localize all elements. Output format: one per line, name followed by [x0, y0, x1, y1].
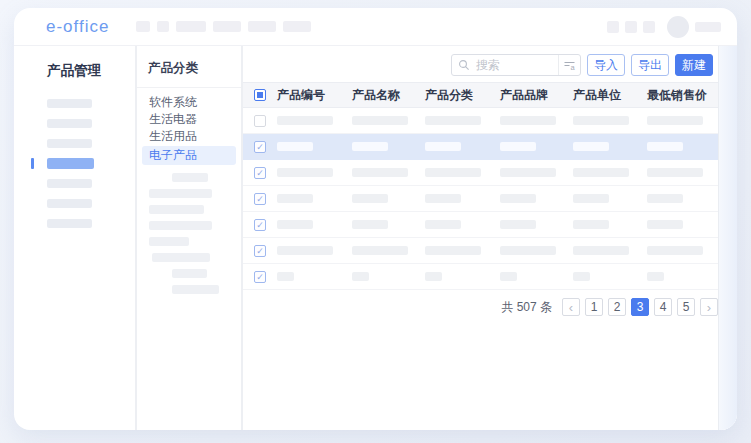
skeleton-bar	[352, 168, 408, 177]
column-header-4: 产品单位	[573, 87, 647, 104]
module-nav-item-placeholder[interactable]	[47, 119, 92, 128]
column-header-2: 产品分类	[425, 87, 500, 104]
skeleton-bar	[277, 142, 313, 151]
skeleton-bar	[352, 272, 369, 281]
module-title: 产品管理	[47, 62, 135, 80]
skeleton-bar	[573, 168, 629, 177]
page-button-1[interactable]: 1	[585, 298, 603, 316]
skeleton-bar	[425, 272, 442, 281]
row-checkbox[interactable]	[254, 245, 266, 257]
row-checkbox[interactable]	[254, 167, 266, 179]
category-item-0[interactable]: 软件系统	[137, 94, 241, 111]
skeleton-bar	[647, 168, 703, 177]
table-row-3[interactable]	[243, 186, 718, 212]
skeleton-bar	[425, 194, 461, 203]
skeleton-bar	[647, 246, 703, 255]
page-button-3[interactable]: 3	[631, 298, 649, 316]
skeleton-bar	[277, 246, 333, 255]
skeleton-bar	[500, 142, 536, 151]
header-nav-placeholder	[248, 21, 276, 32]
search-icon	[458, 59, 470, 71]
table-cell	[352, 168, 425, 177]
product-table: 产品编号产品名称产品分类产品品牌产品单位最低销售价	[243, 82, 718, 290]
skeleton-bar	[352, 220, 388, 229]
category-skeleton-item	[152, 253, 210, 262]
table-cell	[573, 272, 647, 281]
skeleton-bar	[277, 220, 313, 229]
skeleton-bar	[573, 246, 629, 255]
svg-text:a: a	[571, 63, 576, 72]
row-checkbox-cell	[243, 219, 277, 231]
create-button[interactable]: 新建	[675, 54, 713, 76]
table-cell	[277, 246, 352, 255]
module-nav-item-placeholder[interactable]	[47, 179, 92, 188]
category-item-3-active[interactable]: 电子产品	[142, 146, 236, 165]
table-row-2[interactable]	[243, 160, 718, 186]
skeleton-bar	[500, 116, 556, 125]
user-avatar[interactable]	[667, 16, 689, 38]
table-cell	[277, 220, 352, 229]
row-checkbox[interactable]	[254, 219, 266, 231]
category-item-2[interactable]: 生活用品	[137, 128, 241, 145]
table-row-0[interactable]	[243, 108, 718, 134]
row-checkbox-cell	[243, 245, 277, 257]
module-nav-item-placeholder[interactable]	[47, 99, 92, 108]
page-button-5[interactable]: 5	[677, 298, 695, 316]
row-checkbox[interactable]	[254, 115, 266, 127]
content-scrollbar-strip[interactable]	[719, 46, 737, 430]
skeleton-bar	[352, 246, 408, 255]
module-nav-item-placeholder[interactable]	[47, 199, 92, 208]
row-checkbox-cell	[243, 167, 277, 179]
table-row-5[interactable]	[243, 238, 718, 264]
module-nav-list	[47, 99, 135, 228]
table-cell	[277, 116, 352, 125]
category-item-1[interactable]: 生活电器	[137, 111, 241, 128]
category-skeleton-item	[172, 173, 208, 182]
skeleton-bar	[647, 116, 703, 125]
row-checkbox-cell	[243, 141, 277, 153]
table-cell	[647, 246, 718, 255]
table-row-1[interactable]	[243, 134, 718, 160]
header-nav-placeholder	[283, 21, 311, 32]
page-button-4[interactable]: 4	[654, 298, 672, 316]
skeleton-bar	[647, 272, 664, 281]
advanced-filter-icon[interactable]: a	[558, 55, 580, 75]
module-nav-item-placeholder[interactable]	[47, 219, 92, 228]
table-cell	[425, 142, 500, 151]
row-checkbox-cell	[243, 193, 277, 205]
category-skeleton-item	[172, 285, 219, 294]
table-row-6[interactable]	[243, 264, 718, 290]
table-cell	[647, 116, 718, 125]
table-cell	[425, 168, 500, 177]
skeleton-bar	[573, 194, 609, 203]
category-skeleton-item	[149, 189, 212, 198]
category-skeleton-item	[149, 237, 189, 246]
table-cell	[425, 116, 500, 125]
export-button[interactable]: 导出	[631, 54, 669, 76]
table-row-4[interactable]	[243, 212, 718, 238]
row-checkbox[interactable]	[254, 193, 266, 205]
table-cell	[647, 142, 718, 151]
module-nav-item-active[interactable]	[47, 158, 94, 169]
skeleton-bar	[500, 220, 536, 229]
table-cell	[500, 220, 573, 229]
header-actions	[607, 16, 721, 38]
import-button[interactable]: 导入	[587, 54, 625, 76]
category-skeleton-item	[149, 205, 204, 214]
table-cell	[277, 194, 352, 203]
row-checkbox[interactable]	[254, 141, 266, 153]
next-page-button[interactable]: ›	[700, 298, 718, 316]
skeleton-bar	[573, 142, 609, 151]
table-cell	[425, 246, 500, 255]
header-nav-placeholder	[213, 21, 241, 32]
table-cell	[425, 272, 500, 281]
select-all-checkbox[interactable]	[254, 89, 266, 101]
row-checkbox[interactable]	[254, 271, 266, 283]
page-button-2[interactable]: 2	[608, 298, 626, 316]
column-header-0: 产品编号	[277, 87, 352, 104]
prev-page-button[interactable]: ‹	[562, 298, 580, 316]
skeleton-bar	[647, 220, 683, 229]
user-name-placeholder	[695, 22, 721, 32]
module-nav-item-placeholder[interactable]	[47, 139, 92, 148]
search-input[interactable]	[470, 58, 558, 72]
